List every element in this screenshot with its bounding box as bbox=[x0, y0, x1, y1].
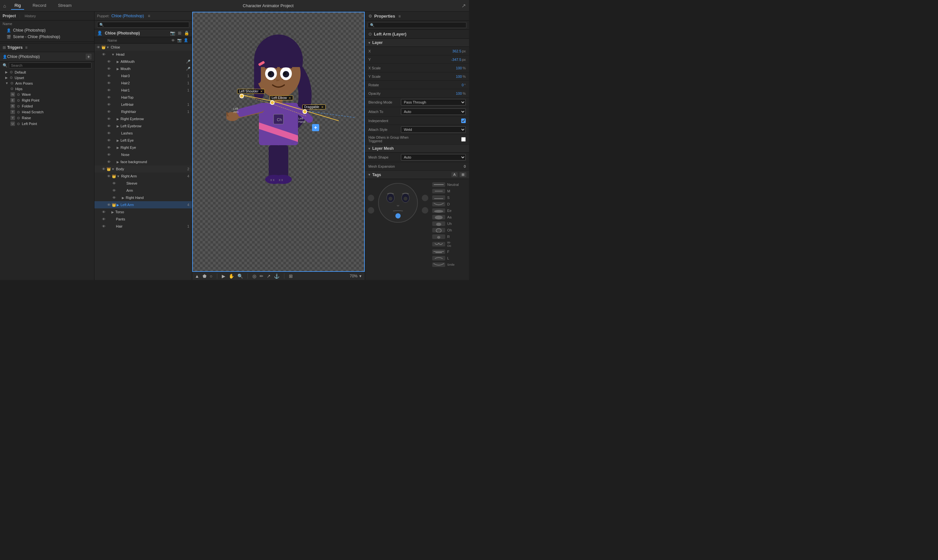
pencil-icon[interactable]: ✏ bbox=[260, 274, 263, 279]
trigger-group-upset[interactable]: ▶ ⊙ Upset bbox=[0, 75, 94, 80]
trigger-wave[interactable]: N ⊙ Wave bbox=[0, 91, 94, 97]
grid-view-icon[interactable]: ⊞ bbox=[289, 274, 293, 279]
expand-icon[interactable]: ▶ bbox=[117, 117, 119, 121]
expand-icon[interactable]: ▶ bbox=[117, 60, 119, 63]
vis-icon[interactable]: 👁 bbox=[106, 153, 111, 157]
prop-opacity-value[interactable]: 100 bbox=[401, 91, 462, 95]
prop-x-value[interactable]: 362.5 bbox=[401, 49, 461, 53]
vis-icon[interactable]: 👁 bbox=[106, 160, 111, 164]
expand-icon[interactable]: ▶ bbox=[117, 125, 119, 128]
face-dot-left-top[interactable] bbox=[368, 195, 374, 201]
diamond-icon[interactable]: ⬟ bbox=[203, 274, 206, 279]
viseme-smile[interactable]: Smile bbox=[432, 262, 454, 268]
properties-menu[interactable]: ≡ bbox=[398, 14, 400, 18]
vis-icon[interactable]: 👁 bbox=[111, 182, 117, 185]
expand-icon[interactable]: ▼ bbox=[111, 167, 115, 171]
tag-add-button[interactable]: A bbox=[451, 172, 457, 177]
trigger-search-input[interactable] bbox=[9, 63, 91, 68]
viseme-aa[interactable]: Aa bbox=[432, 214, 454, 220]
trigger-raise[interactable]: Y ⊙ Raise bbox=[0, 115, 94, 121]
hide-others-checkbox[interactable] bbox=[461, 137, 466, 142]
viseme-ee[interactable]: Ee bbox=[432, 208, 454, 214]
viseme-neutral[interactable]: Neutral bbox=[432, 182, 454, 188]
mesh-node-hand[interactable] bbox=[303, 109, 307, 114]
vis-icon[interactable]: 👁 bbox=[106, 131, 111, 135]
vis-icon[interactable]: 👁 bbox=[106, 124, 111, 128]
prop-mesh-exp-value[interactable]: 0 bbox=[401, 165, 466, 168]
layer-chloe[interactable]: 👁 👑 ▼ Chloe bbox=[94, 44, 192, 51]
zoom-icon[interactable]: 🔍 bbox=[237, 274, 243, 279]
mesh-node-elbow[interactable] bbox=[270, 100, 274, 105]
layer-altmouth[interactable]: 👁 ▶ AltMouth 🎤 bbox=[94, 58, 192, 65]
project-tab[interactable]: Project bbox=[3, 14, 16, 18]
layer-lefthair[interactable]: 👁 LeftHair 1 bbox=[94, 101, 192, 108]
tab-rig[interactable]: Rig bbox=[11, 2, 24, 10]
mesh-label-elbow[interactable]: Left Elbow ✕ bbox=[270, 95, 293, 100]
viseme-l[interactable]: L bbox=[432, 255, 454, 261]
expand-icon[interactable]: ▶ bbox=[122, 196, 125, 200]
trigger-group-arm[interactable]: ▼ ⊙ Arm Poses bbox=[0, 80, 94, 86]
prop-xscale-value[interactable]: 100 bbox=[401, 66, 462, 70]
prop-y-value[interactable]: -347.5 bbox=[401, 58, 461, 62]
layer-hair1[interactable]: 👁 Hair1 1 bbox=[94, 87, 192, 94]
trigger-hips[interactable]: ⊙ Hips bbox=[0, 86, 94, 91]
layer-left-eye[interactable]: 👁 ▶ Left Eye bbox=[94, 137, 192, 144]
project-item-chloe[interactable]: 👤 Chloe (Photoshop) bbox=[0, 27, 94, 34]
vis-icon[interactable]: 👁 bbox=[106, 146, 111, 149]
target-icon[interactable]: ◎ bbox=[253, 274, 256, 279]
vis-icon[interactable]: 👁 bbox=[106, 60, 111, 63]
puppet-search-input[interactable] bbox=[97, 22, 189, 28]
lock-icon[interactable]: 🔒 bbox=[184, 31, 189, 35]
prop-rotate-value[interactable]: 0 bbox=[401, 83, 464, 87]
hand-icon[interactable]: ✋ bbox=[229, 274, 234, 279]
mesh-label-shoulder[interactable]: Left Shoulder ✕ bbox=[237, 89, 265, 94]
mesh-shape-select[interactable]: Auto Rectangle Ellipse bbox=[401, 154, 466, 160]
trigger-head-scratch[interactable]: T ⊙ Head Scratch bbox=[0, 109, 94, 115]
vis-icon[interactable]: 👁 bbox=[106, 103, 111, 106]
layer-hair-root[interactable]: 👁 Hair 1 bbox=[94, 223, 192, 230]
zoom-dropdown-icon[interactable]: ▼ bbox=[359, 274, 362, 278]
layer-sleeve[interactable]: 👁 Sleeve bbox=[94, 180, 192, 187]
expand-icon[interactable]: ▶ bbox=[117, 139, 119, 142]
layer-left-arm[interactable]: 👁 👑 ▶ Left Arm 4 bbox=[94, 201, 192, 208]
trigger-group-default[interactable]: ▶ ⊙ Default bbox=[0, 69, 94, 75]
vis-icon[interactable]: 👁 bbox=[101, 210, 106, 214]
home-icon[interactable]: ⌂ bbox=[3, 3, 6, 8]
tab-stream[interactable]: Stream bbox=[55, 2, 75, 10]
vis-icon[interactable]: 👁 bbox=[106, 138, 111, 142]
layer-nose[interactable]: 👁 Nose bbox=[94, 151, 192, 158]
layer-face-bg[interactable]: 👁 ▶ face background bbox=[94, 158, 192, 165]
history-tab[interactable]: History bbox=[25, 14, 36, 18]
vis-icon[interactable]: 👁 bbox=[106, 74, 111, 78]
trigger-left-point[interactable]: U ⊙ Left Point bbox=[0, 121, 94, 127]
close-icon[interactable]: ✕ bbox=[260, 90, 263, 93]
grid-icon[interactable]: ⊞ bbox=[178, 31, 182, 35]
tag-settings-button[interactable]: ⊞ bbox=[459, 172, 467, 177]
character-canvas[interactable]: Ch bbox=[192, 12, 365, 272]
close-icon-hand[interactable]: ✕ bbox=[321, 106, 324, 109]
close-icon-elbow[interactable]: ✕ bbox=[288, 96, 291, 100]
layer-left-eyebrow[interactable]: 👁 ▶ Left Eyebrow bbox=[94, 122, 192, 129]
vis-icon[interactable]: 👁 bbox=[101, 52, 106, 56]
expand-icon[interactable]: ▶ bbox=[117, 160, 119, 164]
vis-icon[interactable]: 👁 bbox=[111, 189, 117, 192]
layer-right-hand[interactable]: 👁 ▶ Right Hand bbox=[94, 194, 192, 201]
vis-icon[interactable]: 👁 bbox=[101, 167, 106, 171]
vis-icon[interactable]: 👁 bbox=[106, 110, 111, 114]
section-tags-header[interactable]: ▼ Tags A ⊞ bbox=[365, 171, 469, 179]
section-mesh-header[interactable]: ▼ Layer Mesh bbox=[365, 145, 469, 153]
viseme-woo[interactable]: W-Oo bbox=[432, 240, 454, 248]
layer-lashes[interactable]: 👁 Lashes bbox=[94, 129, 192, 137]
project-item-scene[interactable]: 🎬 Scene - Chloe (Photoshop) bbox=[0, 34, 94, 40]
layer-hair2[interactable]: 👁 Hair2 1 bbox=[94, 80, 192, 87]
layer-torso[interactable]: 👁 ▶ Torso bbox=[94, 208, 192, 215]
layer-right-eye[interactable]: 👁 ▶ Right Eye bbox=[94, 144, 192, 151]
independent-checkbox[interactable] bbox=[461, 118, 466, 123]
tab-record[interactable]: Record bbox=[29, 2, 49, 10]
expand-icon[interactable]: ▼ bbox=[117, 174, 120, 178]
expand-icon[interactable]: ▶ bbox=[117, 203, 119, 207]
vis-icon[interactable]: 👁 bbox=[106, 203, 111, 207]
trigger-folded[interactable]: R ⊙ Folded bbox=[0, 103, 94, 109]
expand-icon[interactable]: ▶ bbox=[111, 210, 114, 214]
attach-to-select[interactable]: Auto None Parent bbox=[401, 108, 466, 115]
